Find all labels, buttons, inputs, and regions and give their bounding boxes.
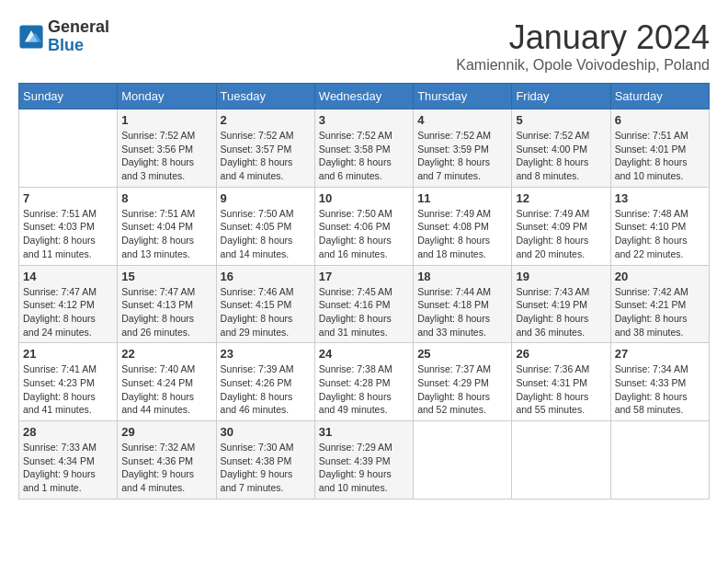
calendar-cell: 3Sunrise: 7:52 AMSunset: 3:58 PMDaylight… (314, 109, 413, 188)
cell-info: Sunrise: 7:52 AMSunset: 3:58 PMDaylight:… (319, 129, 409, 183)
cell-info: Sunrise: 7:50 AMSunset: 4:06 PMDaylight:… (319, 207, 409, 261)
cell-info: Sunrise: 7:40 AMSunset: 4:24 PMDaylight:… (121, 362, 211, 417)
calendar-cell: 11Sunrise: 7:49 AMSunset: 4:08 PMDayligh… (414, 187, 512, 265)
day-number: 24 (319, 347, 409, 361)
day-header-monday: Monday (118, 84, 216, 109)
calendar-cell: 24Sunrise: 7:38 AMSunset: 4:28 PMDayligh… (314, 343, 413, 421)
calendar-cell (414, 421, 512, 500)
calendar-cell: 10Sunrise: 7:50 AMSunset: 4:06 PMDayligh… (314, 187, 413, 265)
calendar-cell: 12Sunrise: 7:49 AMSunset: 4:09 PMDayligh… (512, 187, 610, 265)
title-area: January 2024 Kamiennik, Opole Voivodeshi… (456, 18, 710, 74)
cell-info: Sunrise: 7:52 AMSunset: 3:56 PMDaylight:… (121, 129, 211, 183)
day-number: 18 (417, 270, 507, 283)
calendar-cell: 23Sunrise: 7:39 AMSunset: 4:26 PMDayligh… (216, 343, 314, 421)
day-number: 1 (121, 113, 211, 127)
day-header-thursday: Thursday (414, 84, 512, 109)
calendar-cell: 1Sunrise: 7:52 AMSunset: 3:56 PMDaylight… (118, 109, 216, 188)
header-row: SundayMondayTuesdayWednesdayThursdayFrid… (19, 84, 710, 109)
calendar-cell: 15Sunrise: 7:47 AMSunset: 4:13 PMDayligh… (118, 265, 216, 343)
calendar-cell: 7Sunrise: 7:51 AMSunset: 4:03 PMDaylight… (19, 187, 118, 265)
day-number: 14 (23, 270, 113, 283)
calendar-cell: 29Sunrise: 7:32 AMSunset: 4:36 PMDayligh… (118, 421, 216, 500)
day-header-sunday: Sunday (19, 84, 118, 109)
calendar-cell: 2Sunrise: 7:52 AMSunset: 3:57 PMDaylight… (216, 109, 314, 188)
calendar-cell: 5Sunrise: 7:52 AMSunset: 4:00 PMDaylight… (512, 109, 610, 188)
day-number: 29 (121, 425, 211, 439)
day-number: 10 (319, 191, 409, 205)
cell-info: Sunrise: 7:52 AMSunset: 3:59 PMDaylight:… (417, 129, 507, 183)
cell-info: Sunrise: 7:51 AMSunset: 4:01 PMDaylight:… (615, 129, 705, 183)
calendar-cell: 26Sunrise: 7:36 AMSunset: 4:31 PMDayligh… (512, 343, 610, 421)
cell-info: Sunrise: 7:39 AMSunset: 4:26 PMDaylight:… (221, 362, 311, 417)
cell-info: Sunrise: 7:43 AMSunset: 4:19 PMDaylight:… (516, 285, 606, 339)
day-header-tuesday: Tuesday (216, 84, 314, 109)
calendar-cell: 19Sunrise: 7:43 AMSunset: 4:19 PMDayligh… (512, 265, 610, 343)
cell-info: Sunrise: 7:47 AMSunset: 4:13 PMDaylight:… (121, 285, 211, 339)
week-row-3: 14Sunrise: 7:47 AMSunset: 4:12 PMDayligh… (19, 265, 710, 343)
day-header-wednesday: Wednesday (314, 84, 413, 109)
cell-info: Sunrise: 7:49 AMSunset: 4:08 PMDaylight:… (417, 207, 507, 261)
cell-info: Sunrise: 7:41 AMSunset: 4:23 PMDaylight:… (23, 362, 113, 417)
calendar-cell (512, 421, 610, 500)
calendar-cell: 21Sunrise: 7:41 AMSunset: 4:23 PMDayligh… (19, 343, 118, 421)
calendar-cell (610, 421, 709, 500)
week-row-2: 7Sunrise: 7:51 AMSunset: 4:03 PMDaylight… (19, 187, 710, 265)
calendar-cell: 4Sunrise: 7:52 AMSunset: 3:59 PMDaylight… (414, 109, 512, 188)
cell-info: Sunrise: 7:34 AMSunset: 4:33 PMDaylight:… (615, 362, 705, 417)
day-number: 13 (615, 191, 705, 205)
day-number: 28 (23, 425, 113, 439)
cell-info: Sunrise: 7:46 AMSunset: 4:15 PMDaylight:… (221, 285, 311, 339)
cell-info: Sunrise: 7:48 AMSunset: 4:10 PMDaylight:… (615, 207, 705, 261)
week-row-1: 1Sunrise: 7:52 AMSunset: 3:56 PMDaylight… (19, 109, 710, 188)
day-number: 7 (23, 191, 113, 205)
calendar-cell: 6Sunrise: 7:51 AMSunset: 4:01 PMDaylight… (610, 109, 709, 188)
day-number: 4 (417, 113, 507, 127)
calendar-cell: 17Sunrise: 7:45 AMSunset: 4:16 PMDayligh… (314, 265, 413, 343)
cell-info: Sunrise: 7:32 AMSunset: 4:36 PMDaylight:… (121, 441, 211, 495)
calendar-cell: 25Sunrise: 7:37 AMSunset: 4:29 PMDayligh… (414, 343, 512, 421)
day-number: 16 (221, 270, 311, 283)
cell-info: Sunrise: 7:52 AMSunset: 3:57 PMDaylight:… (221, 129, 311, 183)
calendar-cell: 20Sunrise: 7:42 AMSunset: 4:21 PMDayligh… (610, 265, 709, 343)
calendar-cell: 27Sunrise: 7:34 AMSunset: 4:33 PMDayligh… (610, 343, 709, 421)
subtitle: Kamiennik, Opole Voivodeship, Poland (456, 57, 710, 74)
calendar-cell: 8Sunrise: 7:51 AMSunset: 4:04 PMDaylight… (118, 187, 216, 265)
day-number: 27 (615, 347, 705, 361)
day-number: 6 (615, 113, 705, 127)
header: General Blue January 2024 Kamiennik, Opo… (18, 18, 710, 74)
day-number: 12 (516, 191, 606, 205)
day-number: 23 (221, 347, 311, 361)
calendar-cell: 13Sunrise: 7:48 AMSunset: 4:10 PMDayligh… (610, 187, 709, 265)
day-number: 20 (615, 270, 705, 283)
month-title: January 2024 (456, 18, 710, 57)
calendar-cell: 14Sunrise: 7:47 AMSunset: 4:12 PMDayligh… (19, 265, 118, 343)
day-number: 5 (516, 113, 606, 127)
cell-info: Sunrise: 7:52 AMSunset: 4:00 PMDaylight:… (516, 129, 606, 183)
cell-info: Sunrise: 7:49 AMSunset: 4:09 PMDaylight:… (516, 207, 606, 261)
day-number: 26 (516, 347, 606, 361)
day-number: 9 (221, 191, 311, 205)
logo-text: General Blue (48, 18, 109, 55)
logo-blue: Blue (48, 36, 84, 54)
calendar-cell: 30Sunrise: 7:30 AMSunset: 4:38 PMDayligh… (216, 421, 314, 500)
cell-info: Sunrise: 7:33 AMSunset: 4:34 PMDaylight:… (23, 441, 113, 495)
cell-info: Sunrise: 7:42 AMSunset: 4:21 PMDaylight:… (615, 285, 705, 339)
day-number: 17 (319, 270, 409, 283)
week-row-5: 28Sunrise: 7:33 AMSunset: 4:34 PMDayligh… (19, 421, 710, 500)
cell-info: Sunrise: 7:37 AMSunset: 4:29 PMDaylight:… (417, 362, 507, 417)
day-number: 8 (121, 191, 211, 205)
cell-info: Sunrise: 7:29 AMSunset: 4:39 PMDaylight:… (319, 441, 409, 495)
day-number: 2 (221, 113, 311, 127)
calendar-cell: 9Sunrise: 7:50 AMSunset: 4:05 PMDaylight… (216, 187, 314, 265)
week-row-4: 21Sunrise: 7:41 AMSunset: 4:23 PMDayligh… (19, 343, 710, 421)
day-number: 21 (23, 347, 113, 361)
day-number: 11 (417, 191, 507, 205)
day-number: 3 (319, 113, 409, 127)
logo: General Blue (18, 18, 109, 55)
day-number: 30 (221, 425, 311, 439)
cell-info: Sunrise: 7:38 AMSunset: 4:28 PMDaylight:… (319, 362, 409, 417)
day-number: 19 (516, 270, 606, 283)
cell-info: Sunrise: 7:44 AMSunset: 4:18 PMDaylight:… (417, 285, 507, 339)
calendar-cell: 22Sunrise: 7:40 AMSunset: 4:24 PMDayligh… (118, 343, 216, 421)
cell-info: Sunrise: 7:45 AMSunset: 4:16 PMDaylight:… (319, 285, 409, 339)
